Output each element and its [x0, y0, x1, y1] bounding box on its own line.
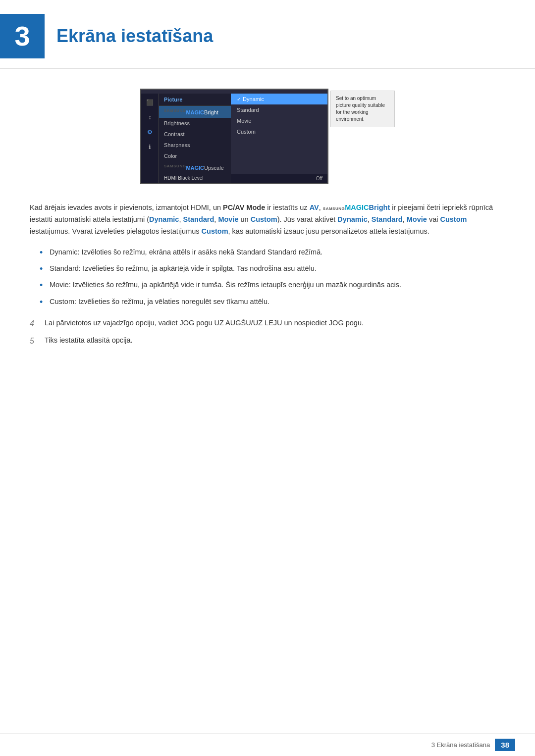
magic-label-2: MAGIC: [186, 164, 204, 170]
dropdown-area: ✓ Dynamic Standard Movie Custom Off: [231, 94, 327, 183]
main-content: ⬛ ↕ ⚙ ℹ Picture SAMSUNGMAGICBright Brigh…: [0, 89, 535, 382]
term-dynamic: Dynamic: [50, 248, 77, 256]
dropdown-dynamic[interactable]: ✓ Dynamic: [231, 94, 327, 104]
page-footer: 3 Ekrāna iestatīšana 38: [0, 733, 535, 756]
chapter-number-box: 3: [0, 14, 45, 58]
movie-inline: Movie: [218, 215, 238, 223]
magic-label: MAGIC: [186, 109, 204, 115]
bullet-list: Dynamic: Izvēloties šo režīmu, ekrāna at…: [40, 247, 505, 307]
menu-item-color[interactable]: Color: [159, 151, 231, 161]
movie-2: Movie: [407, 215, 427, 223]
dynamic-2: Dynamic: [337, 215, 367, 223]
list-item-custom: Custom: Izvēlieties šo režīmu, ja vēlati…: [40, 296, 505, 307]
dropdown-movie[interactable]: Movie: [231, 115, 327, 126]
menu-item-magicbright[interactable]: SAMSUNGMAGICBright: [159, 106, 231, 118]
dropdown-standard[interactable]: Standard: [231, 104, 327, 115]
text-movie: : Izvēlieties šo režīmu, ja apkārtējā vi…: [69, 281, 401, 289]
dropdown-custom[interactable]: Custom: [231, 126, 327, 137]
menu-item-hdmi[interactable]: HDMI Black Level: [159, 173, 231, 183]
term-standard: Standard: [50, 264, 79, 272]
footer-chapter-text: 3 Ekrāna iestatīšana: [431, 741, 490, 749]
dynamic-inline: Dynamic: [149, 215, 179, 223]
tooltip-box: Set to an optimum picture quality suitab…: [330, 91, 395, 127]
magicbright-brand: SAMSUNGMAGIC: [323, 202, 369, 214]
text-custom: : Izvēlieties šo režīmu, ja vēlaties nor…: [74, 298, 269, 305]
custom-inline: Custom: [251, 215, 277, 223]
step-4-text: Lai pārvietotos uz vajadzīgo opciju, vad…: [45, 317, 364, 330]
text-dynamic: : Izvēloties šo režīmu, ekrāna attēls ir…: [77, 248, 322, 256]
list-item-dynamic: Dynamic: Izvēloties šo režīmu, ekrāna at…: [40, 247, 505, 258]
check-icon: ✓: [237, 97, 241, 102]
monitor-icon-gear: ⚙: [145, 127, 155, 137]
menu-item-contrast[interactable]: Contrast: [159, 129, 231, 140]
bright-text: Bright: [369, 203, 390, 211]
monitor-ui: ⬛ ↕ ⚙ ℹ Picture SAMSUNGMAGICBright Brigh…: [140, 89, 328, 184]
menu-item-sharpness[interactable]: Sharpness: [159, 140, 231, 151]
footer-page-number: 38: [495, 739, 515, 751]
term-custom: Custom: [50, 298, 74, 305]
monitor-icon-info: ℹ: [145, 142, 155, 152]
chapter-header: 3 Ekrāna iestatīšana: [0, 0, 535, 69]
av-text: AV: [310, 203, 319, 211]
chapter-number: 3: [14, 22, 30, 50]
step-5: 5 Tiks iestatīta atlasītā opcija.: [30, 335, 505, 348]
menu-item-magicupscale[interactable]: SAMSUNGMAGICUpscale: [159, 161, 231, 173]
monitor-icon-settings: ↕: [145, 112, 155, 122]
monitor-icon-display: ⬛: [145, 98, 155, 107]
upscale-row: Off: [231, 174, 327, 183]
standard-2: Standard: [372, 215, 403, 223]
step-5-text: Tiks iestatīta atlasītā opcija.: [45, 335, 133, 348]
step-4: 4 Lai pārvietotos uz vajadzīgo opciju, v…: [30, 317, 505, 330]
samsung-label-2: SAMSUNG: [164, 164, 186, 168]
monitor-icon-row: ⬛ ↕ ⚙ ℹ: [141, 94, 159, 183]
pcav-mode: PC/AV Mode: [223, 203, 265, 211]
menu-item-brightness[interactable]: Brightness: [159, 118, 231, 129]
monitor-body: ⬛ ↕ ⚙ ℹ Picture SAMSUNGMAGICBright Brigh…: [141, 94, 327, 183]
monitor-illustration: ⬛ ↕ ⚙ ℹ Picture SAMSUNGMAGICBright Brigh…: [30, 89, 505, 184]
chapter-title: Ekrāna iestatīšana: [56, 26, 213, 47]
upscale-value: Off: [311, 174, 327, 183]
custom-2: Custom: [440, 215, 467, 223]
step-4-num: 4: [30, 317, 40, 330]
standard-inline: Standard: [183, 215, 214, 223]
menu-header: Picture: [159, 94, 231, 106]
body-paragraph: Kad ārējais ievades avots ir pievienots,…: [30, 202, 505, 238]
list-item-standard: Standard: Izvēlieties šo režīmu, ja apkā…: [40, 263, 505, 274]
monitor-wrapper: ⬛ ↕ ⚙ ℹ Picture SAMSUNGMAGICBright Brigh…: [140, 89, 395, 184]
menu-panel: Picture SAMSUNGMAGICBright Brightness Co…: [159, 94, 231, 183]
text-standard: : Izvēlieties šo režīmu, ja apkārtējā vi…: [79, 264, 317, 272]
step-5-num: 5: [30, 335, 40, 348]
list-item-movie: Movie: Izvēlieties šo režīmu, ja apkārtē…: [40, 279, 505, 291]
custom-3: Custom: [202, 227, 228, 235]
monitor-top-bar: [141, 90, 327, 94]
dynamic-label: Dynamic: [243, 96, 264, 102]
term-movie: Movie: [50, 281, 69, 289]
dropdown-panel: ✓ Dynamic Standard Movie Custom: [231, 94, 327, 174]
samsung-label: SAMSUNG: [164, 108, 186, 113]
